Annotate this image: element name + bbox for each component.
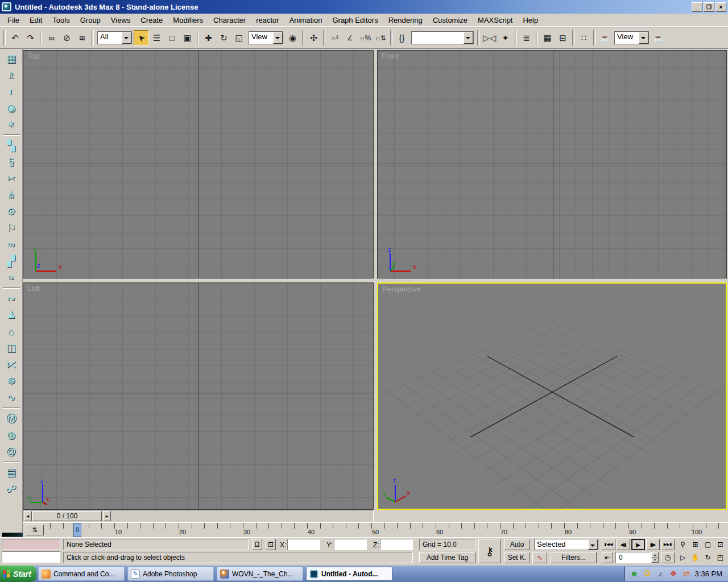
car-icon[interactable]: ∞ [3, 238, 20, 251]
menu-group[interactable]: Group [75, 14, 106, 26]
menu-animation[interactable]: Animation [284, 14, 328, 26]
volume-icon[interactable]: ♪ [656, 569, 665, 579]
select-and-rotate-icon[interactable]: ↻ [216, 30, 231, 45]
cubes-icon[interactable]: ▦ [3, 52, 20, 65]
viewport-perspective[interactable]: Perspective z y x [377, 282, 727, 510]
taskbar-item-photoshop[interactable]: ✎ Adobe Photoshop [127, 567, 214, 581]
y-coordinate-field[interactable] [334, 539, 367, 550]
taskbar-item-media-player[interactable]: WOVN_-_The_Ch... [217, 567, 303, 581]
door-icon[interactable]: ⌂ [3, 325, 20, 338]
zoom-extents-icon[interactable]: ▢ [702, 539, 714, 550]
go-to-start-icon[interactable]: ▮◀◀ [602, 539, 615, 550]
menu-reactor[interactable]: reactor [251, 14, 284, 26]
ik-chain-icon[interactable]: ⋉ [3, 357, 20, 371]
hose-icon[interactable]: ∿ [3, 390, 20, 404]
bind-to-space-warp-icon[interactable]: ≋ [75, 30, 90, 45]
render-preset-dropdown[interactable]: View [614, 31, 649, 44]
named-selection-sets-icon[interactable]: {} [394, 30, 410, 45]
chevron-down-icon[interactable] [464, 32, 473, 44]
menu-customize[interactable]: Customize [428, 14, 473, 26]
chevron-down-icon[interactable] [273, 32, 283, 44]
selection-lock-icon[interactable]: Ω [252, 539, 262, 550]
quick-render-icon[interactable]: ☕ [651, 30, 666, 45]
linked-boxes-icon[interactable]: ◫ [3, 341, 20, 355]
unlink-selection-icon[interactable]: ⊘ [59, 30, 75, 45]
selection-region-icon[interactable]: □ [164, 30, 180, 45]
track-bar-frame-handle[interactable]: 0 [73, 523, 81, 537]
zoom-all-icon[interactable]: ⊞ [689, 539, 701, 550]
mini-curve-editor-button[interactable]: ⇅ [26, 525, 44, 535]
select-and-move-icon[interactable]: ✚ [201, 30, 216, 45]
auto-key-button[interactable]: Auto [504, 539, 530, 550]
menu-modifiers[interactable]: Modifiers [168, 14, 208, 26]
waves-icon[interactable]: ≈ [3, 271, 20, 284]
material-editor-icon[interactable]: ∷ [576, 30, 592, 45]
macro-recorder-line[interactable] [2, 539, 60, 550]
time-slider-handle[interactable]: 0 / 100 [32, 511, 102, 521]
security-shield-icon[interactable]: ✪ [643, 569, 652, 579]
ball-icon[interactable]: ◐ [3, 85, 20, 98]
menu-character[interactable]: Character [208, 14, 251, 26]
menu-help[interactable]: Help [518, 14, 543, 26]
reference-coordinate-dropdown[interactable]: View [249, 31, 283, 44]
cloth-modifier-icon[interactable]: Ⓜ [3, 411, 20, 425]
select-object-icon[interactable]: ➤ [134, 30, 149, 45]
time-slider-next-button[interactable]: ▸ [103, 511, 111, 521]
percent-snap-icon[interactable]: ∩% [358, 30, 373, 45]
select-and-manipulate-icon[interactable]: ✣ [306, 30, 321, 45]
menu-edit[interactable]: Edit [24, 14, 47, 26]
taskbar-item-firefox[interactable]: Command and Co... [38, 567, 125, 581]
security-center-icon[interactable]: ❖ [669, 569, 679, 579]
play-icon[interactable]: ▶ [631, 539, 645, 550]
asset-browser-icon[interactable]: ☍ [3, 482, 20, 496]
mirror-icon[interactable]: ▷◁ [481, 30, 498, 45]
layer-manager-icon[interactable]: ≣ [519, 30, 534, 45]
select-and-scale-icon[interactable]: ◱ [231, 30, 247, 45]
arc-rotate-icon[interactable]: ↻ [702, 552, 714, 563]
knife-icon[interactable]: ✂ [3, 172, 20, 185]
snap-toggle-icon[interactable]: ∩³ [327, 30, 342, 45]
selection-filter-dropdown[interactable]: All [97, 31, 132, 44]
render-scene-icon[interactable]: ☕ [597, 30, 613, 45]
wheel-icon[interactable]: ☸ [3, 374, 20, 388]
checker-icon[interactable]: ▚ [3, 139, 20, 152]
menu-rendering[interactable]: Rendering [383, 14, 428, 26]
zoom-icon[interactable]: ⚲ [677, 539, 689, 550]
min-max-toggle-icon[interactable]: ◰ [714, 552, 726, 563]
time-slider-track[interactable]: ◂ 0 / 100 ▸ [23, 510, 374, 522]
start-button[interactable]: Start [0, 566, 36, 582]
spinner-down-icon[interactable]: ▼ [651, 558, 659, 563]
menu-maxscript[interactable]: MAXScript [473, 14, 518, 26]
taskbar-clock[interactable]: 3:36 PM [695, 569, 722, 578]
key-mode-toggle-icon[interactable]: ⇤ [602, 552, 613, 563]
spindle-icon[interactable]: ◉ [3, 101, 20, 115]
menu-views[interactable]: Views [106, 14, 135, 26]
angle-snap-icon[interactable]: ∠ [342, 30, 358, 45]
filters-button[interactable]: Filters... [551, 552, 597, 563]
schematic-view-icon[interactable]: ⊟ [555, 30, 570, 45]
close-button[interactable]: × [715, 2, 726, 12]
named-selection-dropdown[interactable] [411, 31, 474, 44]
current-frame-field[interactable]: 0 [615, 552, 651, 563]
minimize-button[interactable]: _ [692, 2, 702, 12]
biped-icon[interactable]: ♟ [3, 308, 20, 322]
cloth-icon[interactable]: ♗ [3, 68, 20, 82]
maxscript-listener-line[interactable] [2, 551, 60, 563]
track-bar[interactable]: ⇅ 0 10 20 30 40 50 60 70 80 90 100 [23, 522, 728, 537]
ball-modifier-icon[interactable]: ◍ [3, 428, 20, 442]
pan-icon[interactable]: ✋ [689, 552, 701, 563]
undo-icon[interactable]: ↶ [7, 30, 23, 45]
star-icon[interactable]: ✶ [3, 118, 20, 131]
menu-create[interactable]: Create [135, 14, 168, 26]
updates-icon[interactable]: ⇄ [682, 569, 692, 579]
go-to-end-icon[interactable]: ▶▶▮ [661, 539, 675, 550]
absolute-offset-toggle-icon[interactable]: ⊡ [266, 539, 276, 550]
viewport-top-label[interactable]: Top [27, 52, 39, 60]
frame-spinner[interactable]: ▲ ▼ [651, 552, 659, 563]
gear-icon[interactable]: ⚙ [3, 205, 20, 218]
z-coordinate-field[interactable] [380, 539, 413, 550]
set-keys-icon[interactable]: ⚷ [478, 539, 501, 563]
spring-icon[interactable]: § [3, 155, 20, 169]
viewport-left[interactable]: Left z y x [23, 282, 374, 510]
align-icon[interactable]: ✦ [498, 30, 513, 45]
